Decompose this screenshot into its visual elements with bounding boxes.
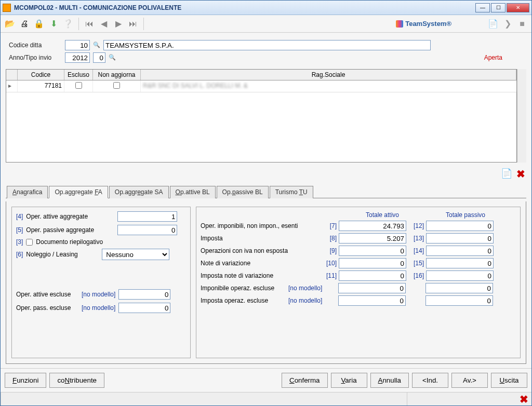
close-button[interactable]: ✕ bbox=[507, 3, 529, 12]
tab-op-sa[interactable]: Op.aggregate SA bbox=[109, 186, 169, 198]
pdf-icon[interactable]: 📄 bbox=[487, 18, 499, 30]
field-9[interactable] bbox=[339, 246, 406, 256]
col-escluso: Escluso bbox=[64, 70, 93, 80]
delete-icon[interactable]: ✖ bbox=[516, 168, 525, 180]
col-codice: Codice bbox=[18, 70, 64, 80]
codice-ditta-input[interactable] bbox=[65, 40, 90, 50]
arrow-icon[interactable]: ❯ bbox=[501, 18, 514, 30]
oper-passive-input[interactable] bbox=[117, 225, 177, 235]
first-icon[interactable]: ⏮ bbox=[83, 18, 96, 30]
grid: Codice Escluso Non aggiorna Rag.Sociale … bbox=[6, 69, 517, 163]
status-close-icon[interactable]: ✖ bbox=[520, 393, 528, 405]
stop-icon[interactable]: ■ bbox=[516, 18, 528, 30]
lookup-icon[interactable]: 🔍 bbox=[93, 42, 100, 49]
field-16[interactable] bbox=[426, 270, 494, 281]
imposta-escluse-a[interactable] bbox=[338, 295, 406, 306]
minimize-button[interactable]: — bbox=[475, 3, 490, 12]
anno-input[interactable] bbox=[65, 52, 90, 63]
status-badge: Aperta bbox=[484, 54, 502, 61]
toolbar: 📂 🖨 🔒 ⬇ ❔ ⏮ ◀ ▶ ⏭ TeamSystem® 📄 ❯ ■ bbox=[1, 15, 531, 33]
annulla-button[interactable]: Annulla bbox=[370, 373, 409, 388]
ragione-sociale-input[interactable] bbox=[103, 40, 431, 50]
print-icon[interactable]: 🖨 bbox=[18, 18, 31, 30]
brand-icon bbox=[396, 20, 403, 28]
field-15[interactable] bbox=[426, 258, 494, 268]
window-title: MCOMPOL02 - MULTI - COMUNICAZIONE POLIVA… bbox=[14, 4, 475, 11]
tab-op-passive-bl[interactable]: Op.passive BL bbox=[217, 186, 269, 198]
field-12[interactable] bbox=[426, 221, 494, 231]
contribuente-button[interactable]: coNtribuente bbox=[49, 373, 104, 388]
last-icon[interactable]: ⏭ bbox=[127, 18, 139, 30]
doc-riepilogativo-checkbox[interactable] bbox=[26, 239, 33, 246]
imponibile-escluse-a[interactable] bbox=[338, 283, 406, 293]
grid-scrollbar[interactable] bbox=[517, 69, 526, 163]
tab-op-fa[interactable]: Op.aggregate FA bbox=[49, 186, 108, 198]
noleggio-select[interactable]: Nessuno bbox=[102, 249, 169, 260]
tab-strip: Anagrafica Op.aggregate FA Op.aggregate … bbox=[6, 185, 526, 198]
field-13[interactable] bbox=[426, 233, 494, 243]
ind-button[interactable]: <Ind. bbox=[412, 373, 448, 388]
col-nonagg: Non aggiorna bbox=[93, 70, 141, 80]
col-ragsociale: Rag.Sociale bbox=[141, 70, 516, 80]
table-row[interactable]: ▸ 77181 R&R SNC DI SALVI L. DORELLI M. & bbox=[6, 80, 516, 92]
lock-icon[interactable]: 🔒 bbox=[33, 18, 45, 30]
nonagg-checkbox[interactable] bbox=[113, 82, 120, 89]
lookup-icon-2[interactable]: 🔍 bbox=[109, 54, 116, 61]
statusbar: ✖ bbox=[1, 392, 531, 405]
av-button[interactable]: Av.> bbox=[451, 373, 488, 388]
tab-anagrafica[interactable]: Anagrafica bbox=[7, 186, 48, 198]
tipo-input[interactable] bbox=[93, 52, 105, 63]
imposta-escluse-p[interactable] bbox=[425, 295, 493, 306]
codice-ditta-label: Codice ditta bbox=[9, 42, 62, 49]
next-icon[interactable]: ▶ bbox=[112, 18, 125, 30]
brand-logo: TeamSystem® bbox=[396, 20, 451, 28]
maximize-button[interactable]: ☐ bbox=[491, 3, 506, 12]
oper-attive-input[interactable] bbox=[117, 211, 177, 222]
uscita-button[interactable]: Uscita bbox=[491, 373, 527, 388]
export-icon[interactable]: ⬇ bbox=[47, 18, 60, 30]
prev-icon[interactable]: ◀ bbox=[98, 18, 110, 30]
titlebar: MCOMPOL02 - MULTI - COMUNICAZIONE POLIVA… bbox=[1, 1, 531, 15]
varia-button[interactable]: Varia bbox=[331, 373, 367, 388]
tab-turismo[interactable]: Turismo TU bbox=[270, 186, 313, 198]
anno-label: Anno/Tipo invio bbox=[9, 54, 62, 61]
new-icon[interactable]: 📄 bbox=[501, 168, 512, 180]
conferma-button[interactable]: Conferma bbox=[282, 373, 328, 388]
open-icon[interactable]: 📂 bbox=[4, 18, 16, 30]
field-10[interactable] bbox=[339, 258, 406, 268]
oper-attive-escluse-input[interactable] bbox=[118, 289, 170, 300]
field-14[interactable] bbox=[426, 246, 494, 256]
imponibile-escluse-p[interactable] bbox=[425, 283, 493, 293]
field-8[interactable] bbox=[339, 233, 406, 243]
escluso-checkbox[interactable] bbox=[75, 82, 82, 89]
field-11[interactable] bbox=[339, 270, 406, 281]
app-icon bbox=[3, 4, 11, 12]
oper-pass-escluse-input[interactable] bbox=[118, 303, 170, 313]
funzioni-button[interactable]: Funzioni bbox=[5, 373, 46, 388]
help-icon[interactable]: ❔ bbox=[62, 18, 74, 30]
tab-op-attive-bl[interactable]: Op.attive BL bbox=[170, 186, 216, 198]
field-7[interactable] bbox=[339, 221, 406, 231]
